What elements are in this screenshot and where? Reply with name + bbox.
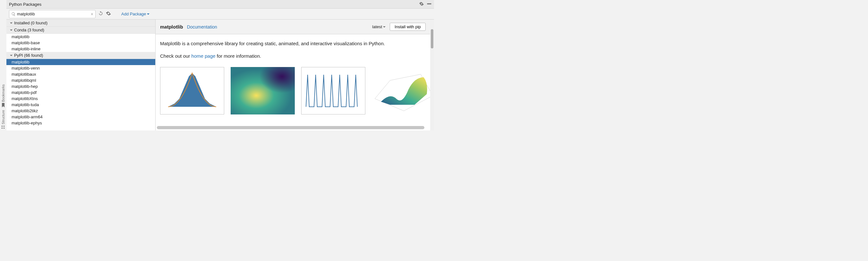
thumbnail-density [230,67,295,115]
list-item[interactable]: matplotlib-pdf [6,90,155,96]
left-tool-rail: Bookmarks Structure [0,0,6,131]
chevron-down-icon [383,25,386,29]
toolbar: × Add Package [6,9,434,20]
manage-repos-button[interactable] [106,11,111,17]
home-page-link[interactable]: home page [191,53,216,59]
svg-rect-4 [427,3,431,4]
list-item[interactable]: matplotlibqml [6,77,155,84]
horizontal-scrollbar[interactable] [157,126,424,129]
chevron-down-icon [10,22,13,25]
svg-rect-2 [2,128,3,129]
settings-button[interactable] [419,2,424,7]
thumbnail-surface3d [372,67,430,115]
details-body: Matplotlib is a comprehensive library fo… [156,34,430,131]
reload-button[interactable] [98,11,103,17]
gear-icon [106,11,111,16]
thumbnail-spikes [301,67,365,115]
list-item[interactable]: matplotlib [6,34,155,40]
gear-icon [419,2,424,6]
list-item[interactable]: matplotlib-venn [6,65,155,71]
search-icon [11,12,16,17]
group-installed[interactable]: Installed (0 found) [6,20,155,27]
preview-thumbnails [160,67,426,115]
panel-title: Python Packages [9,2,419,7]
structure-label: Structure [1,110,5,124]
add-package-label: Add Package [121,11,146,17]
list-item[interactable]: matplotlib-arm64 [6,114,155,120]
add-package-button[interactable]: Add Package [121,11,150,17]
list-item[interactable]: matplotlib2tikz [6,108,155,114]
group-installed-label: Installed (0 found) [14,21,48,25]
minimize-icon [427,2,431,6]
details-pane: matplotlib Documentation latest Install … [156,20,430,131]
package-name: matplotlib [160,24,183,30]
reload-icon [98,11,103,16]
svg-rect-1 [3,126,4,127]
list-item[interactable]: matplotlibXtns [6,96,155,102]
package-list[interactable]: Installed (0 found) Conda (3 found) matp… [6,20,156,131]
structure-tool[interactable]: Structure [1,110,5,129]
install-button[interactable]: Install with pip [390,23,426,31]
svg-rect-3 [3,128,4,129]
version-label: latest [372,24,382,29]
group-pypi-label: PyPI (66 found) [14,53,43,58]
bookmarks-label: Bookmarks [1,84,5,102]
group-pypi[interactable]: PyPI (66 found) [6,52,155,59]
list-item[interactable]: matplotlib-base [6,40,155,46]
svg-rect-0 [2,126,3,127]
search-field-wrap: × [9,10,96,18]
vertical-scrollbar-track[interactable] [430,20,434,131]
thumbnail-histogram [160,67,224,115]
list-item[interactable]: matplotlib-ephys [6,120,155,126]
clear-search-button[interactable]: × [91,11,93,17]
vertical-scrollbar-thumb[interactable] [431,29,433,48]
bookmarks-tool[interactable]: Bookmarks [1,84,5,107]
structure-icon [1,125,5,129]
bookmark-icon [1,103,5,107]
group-conda-label: Conda (3 found) [14,28,44,32]
chevron-down-icon [147,12,150,16]
list-item[interactable]: matplotlib [6,59,155,65]
list-item[interactable]: matplotlib-hep [6,84,155,90]
chevron-down-icon [10,54,13,57]
list-item[interactable]: matplotlibaux [6,71,155,77]
details-header: matplotlib Documentation latest Install … [156,20,430,34]
description-line-2: Check out our home page for more informa… [160,53,426,59]
list-item[interactable]: matplotlib-tuda [6,102,155,108]
version-selector[interactable]: latest [372,24,386,29]
svg-rect-6 [230,67,295,115]
group-conda[interactable]: Conda (3 found) [6,27,155,34]
documentation-link[interactable]: Documentation [187,24,217,30]
description-line-1: Matplotlib is a comprehensive library fo… [160,40,426,47]
chevron-down-icon [10,29,13,32]
minimize-button[interactable] [427,2,431,7]
search-input[interactable] [16,11,91,17]
panel-header: Python Packages [6,0,434,9]
list-item[interactable]: matplotlib-inline [6,46,155,52]
